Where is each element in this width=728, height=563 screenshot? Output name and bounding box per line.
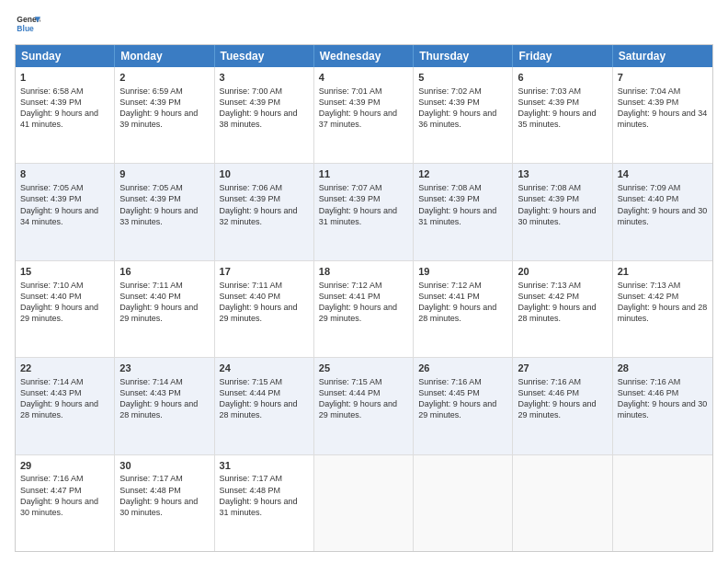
day-info: Sunrise: 7:10 AM Sunset: 4:40 PM Dayligh… bbox=[20, 281, 98, 323]
day-cell-21: 21Sunrise: 7:13 AM Sunset: 4:42 PM Dayli… bbox=[613, 261, 712, 357]
day-number: 1 bbox=[20, 71, 109, 85]
day-info: Sunrise: 7:05 AM Sunset: 4:39 PM Dayligh… bbox=[119, 183, 198, 225]
day-info: Sunrise: 7:15 AM Sunset: 4:44 PM Dayligh… bbox=[319, 377, 397, 419]
calendar-row-2: 8Sunrise: 7:05 AM Sunset: 4:39 PM Daylig… bbox=[16, 164, 712, 260]
day-info: Sunrise: 7:14 AM Sunset: 4:43 PM Dayligh… bbox=[20, 377, 98, 419]
day-info: Sunrise: 7:16 AM Sunset: 4:46 PM Dayligh… bbox=[518, 377, 596, 419]
day-of-week-tuesday: Tuesday bbox=[215, 45, 314, 67]
day-number: 25 bbox=[319, 362, 408, 375]
day-number: 28 bbox=[618, 362, 708, 375]
day-number: 19 bbox=[418, 265, 507, 279]
day-number: 9 bbox=[119, 167, 209, 181]
day-info: Sunrise: 7:16 AM Sunset: 4:46 PM Dayligh… bbox=[618, 377, 708, 419]
day-cell-7: 7Sunrise: 7:04 AM Sunset: 4:39 PM Daylig… bbox=[613, 67, 712, 163]
day-cell-14: 14Sunrise: 7:09 AM Sunset: 4:40 PM Dayli… bbox=[613, 164, 712, 259]
day-cell-18: 18Sunrise: 7:12 AM Sunset: 4:41 PM Dayli… bbox=[314, 261, 414, 357]
day-info: Sunrise: 7:08 AM Sunset: 4:39 PM Dayligh… bbox=[518, 183, 596, 225]
calendar-row-3: 15Sunrise: 7:10 AM Sunset: 4:40 PM Dayli… bbox=[16, 261, 712, 358]
day-number: 20 bbox=[518, 265, 607, 279]
day-cell-15: 15Sunrise: 7:10 AM Sunset: 4:40 PM Dayli… bbox=[16, 261, 115, 357]
day-number: 4 bbox=[319, 71, 408, 85]
logo-icon: General Blue bbox=[15, 11, 40, 37]
day-number: 24 bbox=[220, 362, 309, 375]
day-of-week-wednesday: Wednesday bbox=[314, 45, 414, 67]
day-number: 15 bbox=[20, 265, 109, 279]
day-info: Sunrise: 7:08 AM Sunset: 4:39 PM Dayligh… bbox=[418, 183, 496, 225]
day-cell-23: 23Sunrise: 7:14 AM Sunset: 4:43 PM Dayli… bbox=[115, 358, 214, 454]
day-number: 29 bbox=[20, 459, 109, 473]
day-cell-26: 26Sunrise: 7:16 AM Sunset: 4:45 PM Dayli… bbox=[414, 358, 513, 454]
day-number: 27 bbox=[518, 362, 607, 375]
day-info: Sunrise: 7:13 AM Sunset: 4:42 PM Dayligh… bbox=[618, 281, 708, 323]
day-info: Sunrise: 7:16 AM Sunset: 4:47 PM Dayligh… bbox=[20, 474, 98, 516]
day-number: 26 bbox=[418, 362, 507, 375]
day-cell-24: 24Sunrise: 7:15 AM Sunset: 4:44 PM Dayli… bbox=[215, 358, 314, 454]
day-of-week-monday: Monday bbox=[115, 45, 214, 67]
calendar-body: 1Sunrise: 6:58 AM Sunset: 4:39 PM Daylig… bbox=[16, 67, 712, 551]
day-info: Sunrise: 7:06 AM Sunset: 4:39 PM Dayligh… bbox=[220, 183, 298, 225]
day-cell-4: 4Sunrise: 7:01 AM Sunset: 4:39 PM Daylig… bbox=[314, 67, 414, 163]
day-number: 16 bbox=[119, 265, 209, 279]
day-cell-25: 25Sunrise: 7:15 AM Sunset: 4:44 PM Dayli… bbox=[314, 358, 414, 454]
logo: General Blue bbox=[15, 11, 40, 37]
day-info: Sunrise: 7:16 AM Sunset: 4:45 PM Dayligh… bbox=[418, 377, 496, 419]
empty-cell bbox=[513, 455, 612, 551]
calendar-header: SundayMondayTuesdayWednesdayThursdayFrid… bbox=[16, 45, 712, 67]
day-cell-17: 17Sunrise: 7:11 AM Sunset: 4:40 PM Dayli… bbox=[215, 261, 314, 357]
day-info: Sunrise: 7:05 AM Sunset: 4:39 PM Dayligh… bbox=[20, 183, 98, 225]
day-cell-16: 16Sunrise: 7:11 AM Sunset: 4:40 PM Dayli… bbox=[115, 261, 214, 357]
day-cell-9: 9Sunrise: 7:05 AM Sunset: 4:39 PM Daylig… bbox=[115, 164, 214, 259]
day-cell-11: 11Sunrise: 7:07 AM Sunset: 4:39 PM Dayli… bbox=[314, 164, 414, 259]
day-cell-6: 6Sunrise: 7:03 AM Sunset: 4:39 PM Daylig… bbox=[513, 67, 612, 163]
day-info: Sunrise: 7:15 AM Sunset: 4:44 PM Dayligh… bbox=[220, 377, 298, 419]
day-info: Sunrise: 7:07 AM Sunset: 4:39 PM Dayligh… bbox=[319, 183, 397, 225]
day-of-week-friday: Friday bbox=[513, 45, 612, 67]
day-cell-27: 27Sunrise: 7:16 AM Sunset: 4:46 PM Dayli… bbox=[513, 358, 612, 454]
day-number: 30 bbox=[119, 459, 209, 473]
calendar-row-4: 22Sunrise: 7:14 AM Sunset: 4:43 PM Dayli… bbox=[16, 358, 712, 454]
empty-cell bbox=[613, 455, 712, 551]
day-number: 17 bbox=[220, 265, 309, 279]
day-info: Sunrise: 7:02 AM Sunset: 4:39 PM Dayligh… bbox=[418, 86, 496, 129]
day-number: 14 bbox=[618, 167, 708, 181]
calendar-row-5: 29Sunrise: 7:16 AM Sunset: 4:47 PM Dayli… bbox=[16, 455, 712, 551]
day-cell-5: 5Sunrise: 7:02 AM Sunset: 4:39 PM Daylig… bbox=[414, 67, 513, 163]
day-cell-29: 29Sunrise: 7:16 AM Sunset: 4:47 PM Dayli… bbox=[16, 455, 115, 551]
day-cell-2: 2Sunrise: 6:59 AM Sunset: 4:39 PM Daylig… bbox=[115, 67, 214, 163]
day-info: Sunrise: 7:17 AM Sunset: 4:48 PM Dayligh… bbox=[220, 474, 298, 516]
calendar: SundayMondayTuesdayWednesdayThursdayFrid… bbox=[15, 44, 713, 552]
day-info: Sunrise: 7:11 AM Sunset: 4:40 PM Dayligh… bbox=[220, 281, 298, 323]
day-number: 2 bbox=[119, 71, 209, 85]
day-number: 18 bbox=[319, 265, 408, 279]
day-info: Sunrise: 7:13 AM Sunset: 4:42 PM Dayligh… bbox=[518, 281, 596, 323]
day-info: Sunrise: 6:59 AM Sunset: 4:39 PM Dayligh… bbox=[119, 86, 198, 129]
day-of-week-sunday: Sunday bbox=[16, 45, 115, 67]
day-cell-13: 13Sunrise: 7:08 AM Sunset: 4:39 PM Dayli… bbox=[513, 164, 612, 259]
day-cell-10: 10Sunrise: 7:06 AM Sunset: 4:39 PM Dayli… bbox=[215, 164, 314, 259]
day-number: 23 bbox=[119, 362, 209, 375]
day-cell-3: 3Sunrise: 7:00 AM Sunset: 4:39 PM Daylig… bbox=[215, 67, 314, 163]
empty-cell bbox=[414, 455, 513, 551]
empty-cell bbox=[314, 455, 414, 551]
day-of-week-thursday: Thursday bbox=[414, 45, 513, 67]
day-info: Sunrise: 7:17 AM Sunset: 4:48 PM Dayligh… bbox=[119, 474, 198, 516]
day-info: Sunrise: 7:09 AM Sunset: 4:40 PM Dayligh… bbox=[618, 183, 708, 225]
day-info: Sunrise: 7:14 AM Sunset: 4:43 PM Dayligh… bbox=[119, 377, 198, 419]
day-info: Sunrise: 7:01 AM Sunset: 4:39 PM Dayligh… bbox=[319, 86, 397, 129]
day-info: Sunrise: 7:12 AM Sunset: 4:41 PM Dayligh… bbox=[418, 281, 496, 323]
day-number: 7 bbox=[618, 71, 708, 85]
page-header: General Blue bbox=[15, 11, 713, 37]
day-of-week-saturday: Saturday bbox=[613, 45, 712, 67]
day-cell-31: 31Sunrise: 7:17 AM Sunset: 4:48 PM Dayli… bbox=[215, 455, 314, 551]
day-info: Sunrise: 7:11 AM Sunset: 4:40 PM Dayligh… bbox=[119, 281, 198, 323]
day-cell-1: 1Sunrise: 6:58 AM Sunset: 4:39 PM Daylig… bbox=[16, 67, 115, 163]
day-number: 13 bbox=[518, 167, 607, 181]
day-number: 6 bbox=[518, 71, 607, 85]
day-number: 10 bbox=[220, 167, 309, 181]
day-cell-30: 30Sunrise: 7:17 AM Sunset: 4:48 PM Dayli… bbox=[115, 455, 214, 551]
day-number: 12 bbox=[418, 167, 507, 181]
day-number: 5 bbox=[418, 71, 507, 85]
day-cell-19: 19Sunrise: 7:12 AM Sunset: 4:41 PM Dayli… bbox=[414, 261, 513, 357]
day-info: Sunrise: 7:00 AM Sunset: 4:39 PM Dayligh… bbox=[220, 86, 298, 129]
day-number: 31 bbox=[220, 459, 309, 473]
